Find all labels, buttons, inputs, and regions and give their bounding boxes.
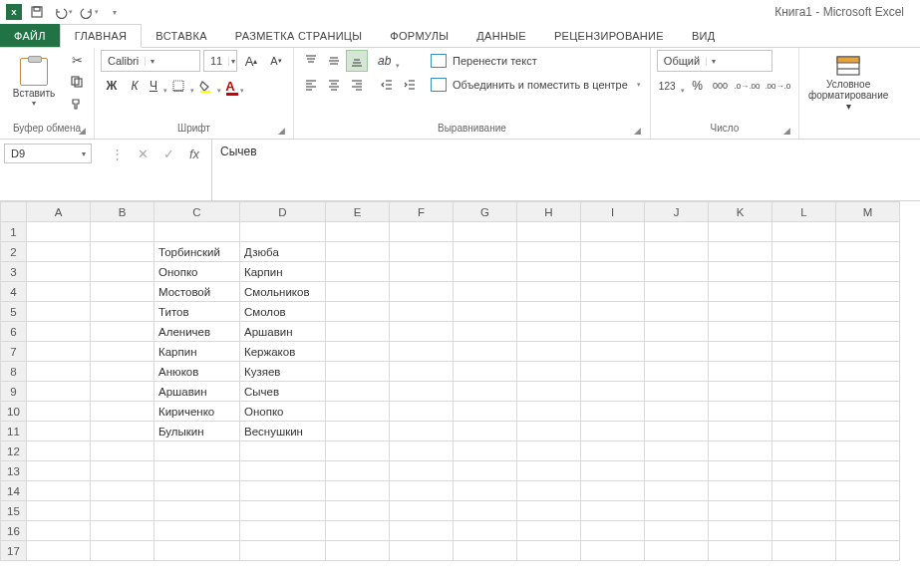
cell[interactable] [709,521,772,541]
cell[interactable] [836,402,900,422]
underline-button[interactable]: Ч [147,75,168,97]
cell[interactable] [836,322,900,342]
cell[interactable] [645,342,709,362]
cell[interactable]: Кириченко [154,402,240,422]
cell[interactable] [240,441,326,461]
cell[interactable] [390,541,454,561]
formula-cancel-button[interactable]: ✕ [130,144,155,163]
cell[interactable] [240,501,326,521]
cell[interactable]: Карпин [154,342,240,362]
cell[interactable] [709,302,772,322]
cell[interactable] [645,422,709,441]
cell[interactable] [709,422,772,441]
font-size-combo[interactable]: 11▾ [203,50,237,72]
cell[interactable] [645,441,709,461]
font-color-button[interactable]: A [223,75,245,97]
cell[interactable] [517,322,581,342]
cell[interactable] [517,282,581,302]
tab-file[interactable]: ФАЙЛ [0,24,60,47]
cell[interactable] [645,521,709,541]
decrease-decimal-button[interactable]: .00→.0 [763,75,792,97]
cell[interactable] [240,541,326,561]
align-bottom-button[interactable] [346,50,368,72]
cell[interactable] [390,302,454,322]
number-launcher[interactable]: ◢ [780,126,792,138]
row-header[interactable]: 13 [1,461,27,481]
tab-view[interactable]: ВИД [678,24,730,47]
cell[interactable] [454,322,517,342]
cell[interactable] [27,461,91,481]
cell[interactable] [454,501,517,521]
wrap-text-button[interactable]: Перенести текст [425,50,644,72]
cell[interactable] [390,501,454,521]
cell[interactable] [645,282,709,302]
col-header[interactable]: M [836,202,900,222]
cell[interactable] [326,461,390,481]
cell[interactable] [581,501,645,521]
cell[interactable] [326,382,390,402]
cell[interactable] [27,402,91,422]
cell[interactable] [709,322,772,342]
cell[interactable] [326,302,390,322]
cell[interactable] [836,521,900,541]
cell[interactable] [581,402,645,422]
cell[interactable] [517,541,581,561]
cell[interactable] [836,302,900,322]
redo-button[interactable]: ▾ [78,2,100,22]
cell[interactable] [154,222,240,242]
row-header[interactable]: 17 [1,541,27,561]
cell[interactable] [91,461,154,481]
col-header[interactable]: H [517,202,581,222]
align-launcher[interactable]: ◢ [632,126,644,138]
cell[interactable] [709,402,772,422]
cell[interactable] [517,521,581,541]
cell[interactable] [27,282,91,302]
cell[interactable] [91,441,154,461]
cell[interactable]: Сычев [240,382,326,402]
cell[interactable] [91,322,154,342]
cell[interactable] [581,422,645,441]
row-header[interactable]: 16 [1,521,27,541]
cell[interactable] [91,541,154,561]
cut-button[interactable]: ✂ [66,50,88,70]
cell[interactable] [91,282,154,302]
cell[interactable] [27,342,91,362]
cell[interactable] [709,382,772,402]
insert-function-button[interactable]: fx [181,144,207,163]
bold-button[interactable]: Ж [101,75,123,97]
row-header[interactable]: 11 [1,422,27,441]
formula-vdots-button[interactable]: ⋮ [104,144,130,163]
cell[interactable] [709,262,772,282]
cell[interactable] [709,222,772,242]
cell[interactable] [91,262,154,282]
cell[interactable] [326,262,390,282]
cell[interactable] [91,242,154,262]
cell[interactable] [27,501,91,521]
cell[interactable] [454,222,517,242]
cell[interactable] [709,441,772,461]
qat-customize-button[interactable]: ▾ [104,2,126,22]
cell[interactable] [454,242,517,262]
cell[interactable] [390,342,454,362]
cell[interactable] [154,441,240,461]
font-launcher[interactable]: ◢ [275,126,287,138]
cell[interactable] [772,342,836,362]
row-header[interactable]: 3 [1,262,27,282]
row-header[interactable]: 14 [1,481,27,501]
cell[interactable] [454,342,517,362]
cell[interactable] [517,342,581,362]
cell[interactable] [645,501,709,521]
select-all-corner[interactable] [1,202,27,222]
cell[interactable] [454,541,517,561]
cell[interactable] [645,402,709,422]
cell[interactable] [27,521,91,541]
cell[interactable] [645,222,709,242]
cell[interactable] [454,422,517,441]
cell[interactable] [326,441,390,461]
col-header[interactable]: C [154,202,240,222]
cell[interactable] [240,481,326,501]
align-middle-button[interactable] [323,50,345,72]
cell[interactable] [240,461,326,481]
cell[interactable] [581,222,645,242]
cell[interactable] [836,242,900,262]
